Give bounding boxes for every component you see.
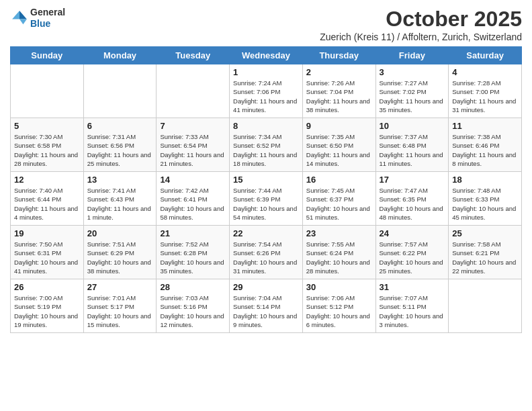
calendar-cell bbox=[157, 64, 230, 118]
day-info: Sunrise: 7:38 AM Sunset: 6:46 PM Dayligh… bbox=[452, 132, 518, 168]
calendar-cell: 1Sunrise: 7:24 AM Sunset: 7:06 PM Daylig… bbox=[230, 64, 303, 118]
day-number: 20 bbox=[87, 228, 153, 238]
logo-icon bbox=[10, 9, 29, 28]
month-title: October 2025 bbox=[320, 7, 522, 32]
day-info: Sunrise: 7:58 AM Sunset: 6:21 PM Dayligh… bbox=[452, 240, 518, 275]
day-info: Sunrise: 7:31 AM Sunset: 6:56 PM Dayligh… bbox=[87, 132, 153, 168]
calendar-week-row: 1Sunrise: 7:24 AM Sunset: 7:06 PM Daylig… bbox=[11, 64, 522, 118]
day-number: 30 bbox=[306, 282, 372, 292]
calendar-cell: 24Sunrise: 7:57 AM Sunset: 6:22 PM Dayli… bbox=[375, 226, 449, 279]
day-info: Sunrise: 7:37 AM Sunset: 6:48 PM Dayligh… bbox=[380, 132, 445, 168]
calendar-cell: 30Sunrise: 7:06 AM Sunset: 5:12 PM Dayli… bbox=[302, 279, 375, 333]
calendar-table: SundayMondayTuesdayWednesdayThursdayFrid… bbox=[10, 46, 522, 333]
day-info: Sunrise: 7:30 AM Sunset: 6:58 PM Dayligh… bbox=[14, 132, 80, 168]
calendar-cell: 14Sunrise: 7:42 AM Sunset: 6:41 PM Dayli… bbox=[157, 172, 230, 226]
day-info: Sunrise: 7:50 AM Sunset: 6:31 PM Dayligh… bbox=[14, 240, 80, 275]
calendar-cell: 17Sunrise: 7:47 AM Sunset: 6:35 PM Dayli… bbox=[375, 172, 449, 226]
day-number: 17 bbox=[380, 175, 445, 185]
svg-marker-2 bbox=[12, 11, 19, 19]
calendar-cell: 11Sunrise: 7:38 AM Sunset: 6:46 PM Dayli… bbox=[449, 118, 522, 172]
calendar-cell: 9Sunrise: 7:35 AM Sunset: 6:50 PM Daylig… bbox=[302, 118, 375, 172]
day-number: 3 bbox=[380, 67, 445, 77]
calendar-cell: 15Sunrise: 7:44 AM Sunset: 6:39 PM Dayli… bbox=[230, 172, 303, 226]
calendar-cell: 12Sunrise: 7:40 AM Sunset: 6:44 PM Dayli… bbox=[11, 172, 84, 226]
day-number: 7 bbox=[160, 121, 226, 131]
calendar-cell: 25Sunrise: 7:58 AM Sunset: 6:21 PM Dayli… bbox=[449, 226, 522, 279]
calendar-cell: 20Sunrise: 7:51 AM Sunset: 6:29 PM Dayli… bbox=[83, 226, 157, 279]
day-info: Sunrise: 7:06 AM Sunset: 5:12 PM Dayligh… bbox=[306, 293, 372, 329]
day-info: Sunrise: 7:34 AM Sunset: 6:52 PM Dayligh… bbox=[233, 132, 299, 168]
day-number: 29 bbox=[233, 282, 299, 292]
day-info: Sunrise: 7:28 AM Sunset: 7:00 PM Dayligh… bbox=[452, 79, 518, 114]
day-number: 5 bbox=[14, 121, 80, 131]
svg-marker-1 bbox=[19, 19, 27, 24]
day-info: Sunrise: 7:55 AM Sunset: 6:24 PM Dayligh… bbox=[306, 240, 372, 275]
logo: General Blue bbox=[10, 7, 65, 30]
col-header-tuesday: Tuesday bbox=[157, 47, 230, 64]
calendar-cell: 31Sunrise: 7:07 AM Sunset: 5:11 PM Dayli… bbox=[375, 279, 449, 333]
day-info: Sunrise: 7:04 AM Sunset: 5:14 PM Dayligh… bbox=[233, 293, 299, 329]
day-number: 6 bbox=[87, 121, 153, 131]
calendar-cell: 5Sunrise: 7:30 AM Sunset: 6:58 PM Daylig… bbox=[11, 118, 84, 172]
day-number: 27 bbox=[87, 282, 153, 292]
calendar-cell bbox=[83, 64, 157, 118]
day-number: 2 bbox=[306, 67, 372, 77]
logo-blue: Blue bbox=[30, 18, 65, 30]
svg-marker-0 bbox=[19, 11, 27, 19]
col-header-monday: Monday bbox=[83, 47, 157, 64]
calendar-cell: 10Sunrise: 7:37 AM Sunset: 6:48 PM Dayli… bbox=[375, 118, 449, 172]
calendar-cell: 26Sunrise: 7:00 AM Sunset: 5:19 PM Dayli… bbox=[11, 279, 84, 333]
day-info: Sunrise: 7:41 AM Sunset: 6:43 PM Dayligh… bbox=[87, 186, 153, 222]
day-info: Sunrise: 7:42 AM Sunset: 6:41 PM Dayligh… bbox=[160, 186, 226, 222]
calendar-cell: 8Sunrise: 7:34 AM Sunset: 6:52 PM Daylig… bbox=[230, 118, 303, 172]
day-info: Sunrise: 7:40 AM Sunset: 6:44 PM Dayligh… bbox=[14, 186, 80, 222]
day-number: 9 bbox=[306, 121, 372, 131]
day-info: Sunrise: 7:33 AM Sunset: 6:54 PM Dayligh… bbox=[160, 132, 226, 168]
page-header: General Blue October 2025 Zuerich (Kreis… bbox=[10, 7, 522, 42]
day-info: Sunrise: 7:01 AM Sunset: 5:17 PM Dayligh… bbox=[87, 293, 153, 329]
day-number: 26 bbox=[14, 282, 80, 292]
day-info: Sunrise: 7:57 AM Sunset: 6:22 PM Dayligh… bbox=[380, 240, 445, 275]
day-info: Sunrise: 7:27 AM Sunset: 7:02 PM Dayligh… bbox=[380, 79, 445, 114]
calendar-cell bbox=[11, 64, 84, 118]
calendar-cell: 29Sunrise: 7:04 AM Sunset: 5:14 PM Dayli… bbox=[230, 279, 303, 333]
day-number: 22 bbox=[233, 228, 299, 238]
day-info: Sunrise: 7:48 AM Sunset: 6:33 PM Dayligh… bbox=[452, 186, 518, 222]
calendar-cell: 21Sunrise: 7:52 AM Sunset: 6:28 PM Dayli… bbox=[157, 226, 230, 279]
calendar-cell: 3Sunrise: 7:27 AM Sunset: 7:02 PM Daylig… bbox=[375, 64, 449, 118]
calendar-cell: 13Sunrise: 7:41 AM Sunset: 6:43 PM Dayli… bbox=[83, 172, 157, 226]
day-number: 4 bbox=[452, 67, 518, 77]
calendar-cell: 18Sunrise: 7:48 AM Sunset: 6:33 PM Dayli… bbox=[449, 172, 522, 226]
col-header-wednesday: Wednesday bbox=[230, 47, 303, 64]
day-info: Sunrise: 7:44 AM Sunset: 6:39 PM Dayligh… bbox=[233, 186, 299, 222]
day-number: 18 bbox=[452, 175, 518, 185]
day-info: Sunrise: 7:24 AM Sunset: 7:06 PM Dayligh… bbox=[233, 79, 299, 114]
calendar-cell bbox=[449, 279, 522, 333]
calendar-cell: 19Sunrise: 7:50 AM Sunset: 6:31 PM Dayli… bbox=[11, 226, 84, 279]
calendar-header-row: SundayMondayTuesdayWednesdayThursdayFrid… bbox=[11, 47, 522, 64]
day-info: Sunrise: 7:35 AM Sunset: 6:50 PM Dayligh… bbox=[306, 132, 372, 168]
day-number: 14 bbox=[160, 175, 226, 185]
day-info: Sunrise: 7:52 AM Sunset: 6:28 PM Dayligh… bbox=[160, 240, 226, 275]
day-number: 31 bbox=[380, 282, 445, 292]
location-subtitle: Zuerich (Kreis 11) / Affoltern, Zurich, … bbox=[320, 32, 522, 42]
day-info: Sunrise: 7:03 AM Sunset: 5:16 PM Dayligh… bbox=[160, 293, 226, 329]
day-number: 12 bbox=[14, 175, 80, 185]
day-info: Sunrise: 7:26 AM Sunset: 7:04 PM Dayligh… bbox=[306, 79, 372, 114]
calendar-cell: 23Sunrise: 7:55 AM Sunset: 6:24 PM Dayli… bbox=[302, 226, 375, 279]
calendar-cell: 7Sunrise: 7:33 AM Sunset: 6:54 PM Daylig… bbox=[157, 118, 230, 172]
day-info: Sunrise: 7:45 AM Sunset: 6:37 PM Dayligh… bbox=[306, 186, 372, 222]
day-number: 11 bbox=[452, 121, 518, 131]
col-header-sunday: Sunday bbox=[11, 47, 84, 64]
col-header-thursday: Thursday bbox=[302, 47, 375, 64]
day-number: 16 bbox=[306, 175, 372, 185]
day-number: 13 bbox=[87, 175, 153, 185]
day-number: 23 bbox=[306, 228, 372, 238]
calendar-cell: 22Sunrise: 7:54 AM Sunset: 6:26 PM Dayli… bbox=[230, 226, 303, 279]
day-info: Sunrise: 7:51 AM Sunset: 6:29 PM Dayligh… bbox=[87, 240, 153, 275]
calendar-week-row: 19Sunrise: 7:50 AM Sunset: 6:31 PM Dayli… bbox=[11, 226, 522, 279]
day-number: 8 bbox=[233, 121, 299, 131]
day-number: 24 bbox=[380, 228, 445, 238]
calendar-cell: 2Sunrise: 7:26 AM Sunset: 7:04 PM Daylig… bbox=[302, 64, 375, 118]
day-number: 1 bbox=[233, 67, 299, 77]
